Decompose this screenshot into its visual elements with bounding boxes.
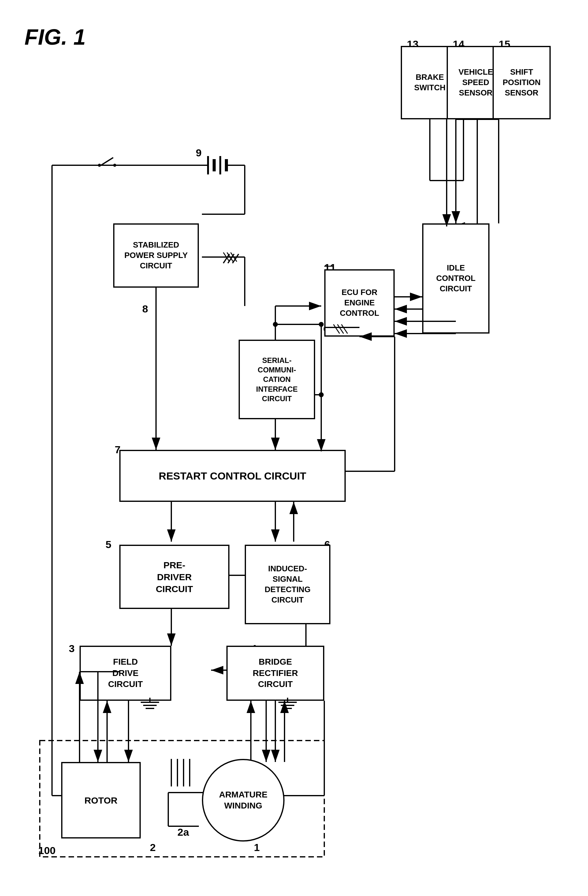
diagram: FIG. 1 [0,0,588,896]
svg-point-92 [319,392,324,397]
extra-lines [0,0,588,896]
